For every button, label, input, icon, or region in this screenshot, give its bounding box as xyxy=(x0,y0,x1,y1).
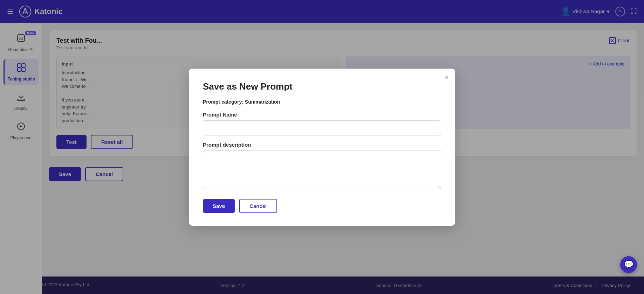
modal-category-value: Summarization xyxy=(245,99,280,105)
save-prompt-modal: × Save as New Prompt Prompt category: Su… xyxy=(189,69,455,226)
modal-category: Prompt category: Summarization xyxy=(203,99,441,105)
modal-category-label: Prompt category: xyxy=(203,99,245,105)
modal-description-textarea[interactable] xyxy=(203,150,441,189)
chat-icon: 💬 xyxy=(624,260,633,269)
chat-bubble-button[interactable]: 💬 xyxy=(620,256,637,273)
modal-save-button[interactable]: Save xyxy=(203,199,235,213)
modal-name-input[interactable] xyxy=(203,120,441,135)
modal-close-button[interactable]: × xyxy=(445,74,449,82)
modal-actions: Save Cancel xyxy=(203,199,441,213)
modal-title: Save as New Prompt xyxy=(203,81,441,92)
modal-overlay[interactable]: × Save as New Prompt Prompt category: Su… xyxy=(0,0,644,294)
modal-name-label: Prompt Name xyxy=(203,112,441,118)
modal-description-label: Prompt description xyxy=(203,142,441,148)
modal-cancel-button[interactable]: Cancel xyxy=(239,199,277,213)
